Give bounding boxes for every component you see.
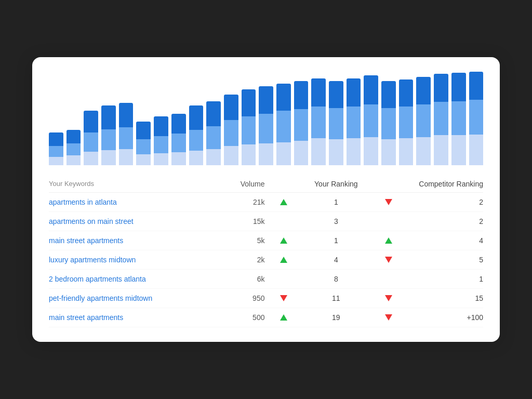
bar-segment bbox=[49, 157, 63, 165]
bar-group bbox=[171, 72, 186, 165]
bar-segment bbox=[259, 86, 273, 113]
header-arrow-spacer2 bbox=[378, 180, 399, 188]
bar-segment bbox=[311, 107, 326, 138]
bar-segment bbox=[84, 132, 98, 152]
table-row: main street apartments5k14 bbox=[49, 231, 483, 250]
bar-group bbox=[381, 72, 396, 165]
bar-segment bbox=[329, 108, 343, 139]
volume-cell: 6k bbox=[224, 275, 273, 283]
bar-segment bbox=[294, 109, 309, 141]
arrow-down-icon bbox=[385, 314, 392, 321]
bar-segment bbox=[136, 139, 151, 154]
keyword-cell[interactable]: main street apartments bbox=[49, 236, 224, 245]
bar-segment bbox=[84, 111, 98, 132]
arrow-up-icon bbox=[385, 237, 392, 244]
your-arrow-cell bbox=[273, 314, 294, 321]
bar-segment bbox=[206, 149, 221, 165]
bar-segment bbox=[416, 77, 431, 104]
keyword-cell[interactable]: pet-friendly apartments midtown bbox=[49, 294, 224, 302]
your-arrow-cell bbox=[273, 199, 294, 205]
your-arrow-cell bbox=[273, 295, 294, 301]
bar-group bbox=[364, 72, 378, 165]
bar-group bbox=[469, 72, 484, 165]
bar-segment bbox=[294, 141, 309, 165]
header-competitor-ranking: Competitor Ranking bbox=[399, 180, 483, 188]
bar-segment bbox=[399, 138, 414, 165]
keyword-cell[interactable]: main street apartments bbox=[49, 313, 224, 322]
comp-arrow-cell bbox=[378, 237, 399, 244]
bar-segment bbox=[119, 127, 134, 149]
bar-segment bbox=[329, 139, 343, 165]
bar-segment bbox=[66, 130, 81, 143]
bar-segment bbox=[206, 101, 221, 126]
bar-group bbox=[154, 72, 168, 165]
bar-segment bbox=[171, 114, 186, 134]
bar-segment bbox=[259, 114, 273, 144]
keyword-cell[interactable]: apartments in atlanta bbox=[49, 198, 224, 206]
bar-segment bbox=[294, 81, 309, 109]
comp-rank-cell: 2 bbox=[399, 198, 483, 206]
bar-segment bbox=[347, 107, 361, 138]
bar-group bbox=[242, 72, 256, 165]
bar-segment bbox=[171, 152, 186, 165]
table-row: apartments in atlanta21k12 bbox=[49, 193, 483, 212]
bar-segment bbox=[154, 136, 168, 153]
bar-segment bbox=[49, 146, 63, 157]
bar-segment bbox=[347, 78, 361, 107]
arrow-down-icon bbox=[385, 199, 392, 205]
comp-arrow-cell bbox=[378, 314, 399, 321]
bar-segment bbox=[66, 155, 81, 165]
bar-group bbox=[84, 72, 98, 165]
bar-segment bbox=[329, 81, 343, 108]
comp-rank-cell: 15 bbox=[399, 294, 483, 302]
bar-segment bbox=[311, 138, 326, 165]
keyword-cell[interactable]: apartments on main street bbox=[49, 217, 224, 225]
arrow-up-icon bbox=[280, 237, 287, 244]
arrow-up-icon bbox=[280, 199, 287, 205]
bar-segment bbox=[451, 101, 466, 136]
bar-segment bbox=[311, 78, 326, 107]
table-row: luxury apartments midtown2k45 bbox=[49, 250, 483, 270]
keyword-cell[interactable]: 2 bedroom apartments atlanta bbox=[49, 275, 224, 283]
bar-segment bbox=[381, 81, 396, 108]
comp-rank-cell: 2 bbox=[399, 217, 483, 225]
keyword-cell[interactable]: luxury apartments midtown bbox=[49, 256, 224, 264]
bar-chart bbox=[49, 72, 483, 165]
bar-segment bbox=[347, 138, 361, 165]
bar-segment bbox=[364, 75, 378, 104]
bar-group bbox=[434, 72, 448, 165]
volume-cell: 500 bbox=[224, 313, 273, 322]
arrow-down-icon bbox=[385, 257, 392, 263]
bar-segment bbox=[259, 143, 273, 165]
bar-segment bbox=[66, 143, 81, 155]
volume-cell: 2k bbox=[224, 256, 273, 264]
your-rank-cell: 3 bbox=[294, 217, 378, 225]
volume-cell: 15k bbox=[224, 217, 273, 225]
bar-group bbox=[136, 72, 151, 165]
bar-group bbox=[294, 72, 309, 165]
bar-segment bbox=[276, 84, 291, 111]
header-keywords: Your Keywords bbox=[49, 180, 224, 188]
your-arrow-cell bbox=[273, 237, 294, 244]
bar-segment bbox=[469, 135, 484, 165]
bar-segment bbox=[434, 74, 448, 101]
volume-cell: 5k bbox=[224, 236, 273, 245]
comp-rank-cell: 1 bbox=[399, 275, 483, 283]
bar-group bbox=[416, 72, 431, 165]
bar-segment bbox=[171, 134, 186, 152]
comp-arrow-cell bbox=[378, 295, 399, 301]
bar-segment bbox=[119, 103, 134, 127]
bar-segment bbox=[154, 116, 168, 136]
bar-segment bbox=[276, 111, 291, 142]
comp-rank-cell: +100 bbox=[399, 313, 483, 322]
comp-rank-cell: 4 bbox=[399, 236, 483, 245]
bar-segment bbox=[381, 108, 396, 139]
bar-group bbox=[347, 72, 361, 165]
arrow-up-icon bbox=[280, 257, 287, 263]
comp-arrow-cell bbox=[378, 257, 399, 263]
bar-segment bbox=[434, 135, 448, 165]
bar-group bbox=[49, 72, 63, 165]
bar-segment bbox=[189, 151, 204, 165]
your-rank-cell: 1 bbox=[294, 236, 378, 245]
bar-segment bbox=[224, 95, 238, 120]
